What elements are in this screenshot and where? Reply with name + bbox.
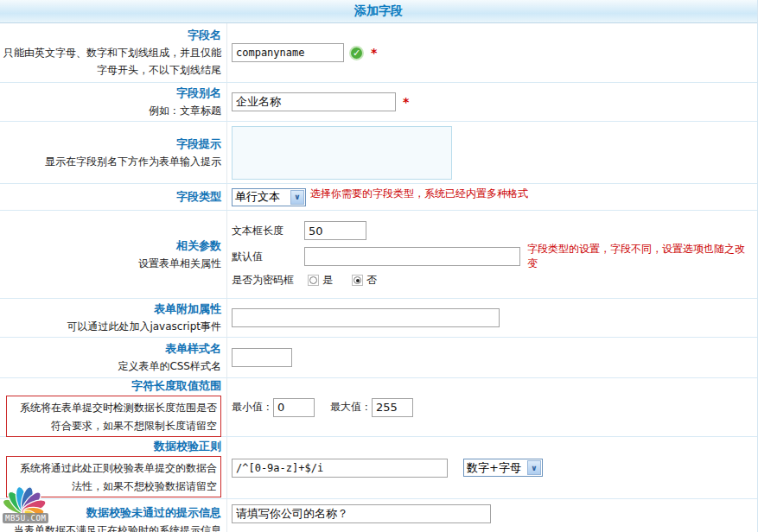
textbox-length-input[interactable]: [304, 221, 366, 240]
regex-label: 数据校验正则: [154, 438, 221, 455]
form-attr-desc: 可以通过此处加入javascript事件: [67, 318, 221, 335]
form-attr-label: 表单附加属性: [154, 301, 221, 318]
password-toggle-label: 是否为密码框: [232, 273, 304, 288]
default-value-input[interactable]: [304, 247, 520, 266]
error-msg-input-cell: [227, 499, 757, 532]
radio-circle: [354, 276, 361, 284]
textbox-length-line: 文本框长度: [232, 221, 366, 240]
form-title-bar: 添加字段: [0, 0, 757, 23]
password-no-label: 否: [366, 273, 377, 288]
regex-input-cell: 数字+字母 ∨: [227, 437, 757, 498]
length-range-input-cell: 最小值： 最大值：: [227, 378, 757, 436]
row-form-attr: 表单附加属性 可以通过此处加入javascript事件: [0, 298, 757, 337]
row-field-tip: 字段提示 显示在字段别名下方作为表单输入提示: [0, 121, 757, 183]
field-name-label: 字段名: [188, 27, 221, 44]
field-alias-label-cell: 字段别名 例如：文章标题: [0, 83, 227, 121]
chevron-down-icon[interactable]: ∨: [527, 460, 541, 475]
length-range-alert-box: 系统将在表单提交时检测数据长度范围是否符合要求，如果不想限制长度请留空: [6, 396, 221, 437]
field-type-select[interactable]: 单行文本 ∨: [232, 188, 306, 206]
field-name-input[interactable]: [232, 43, 344, 62]
row-related-params: 相关参数 设置表单相关属性 文本框长度 默认值 是否为密码框 是 否 字段类型的…: [0, 210, 757, 298]
page-title: 添加字段: [354, 3, 403, 19]
related-params-hint: 字段类型的设置，字段不同，设置选项也随之改变: [527, 242, 745, 271]
related-params-label: 相关参数: [176, 238, 221, 255]
required-asterisk: *: [371, 46, 377, 60]
field-tip-label: 字段提示: [176, 136, 221, 153]
field-type-label: 字段类型: [176, 188, 221, 206]
form-class-input-cell: [227, 338, 757, 377]
field-alias-label: 字段别名: [176, 85, 221, 102]
length-range-label-cell: 字符长度取值范围 系统将在表单提交时检测数据长度范围是否符合要求，如果不想限制长…: [0, 378, 227, 436]
add-field-form-page: 添加字段 字段名 只能由英文字母、数字和下划线组成，并且仅能字母开头，不以下划线…: [0, 0, 758, 532]
password-toggle-line: 是否为密码框 是 否: [232, 273, 377, 288]
length-range-desc: 系统将在表单提交时检测数据长度范围是否符合要求，如果不想限制长度请留空: [20, 402, 217, 432]
row-length-range: 字符长度取值范围 系统将在表单提交时检测数据长度范围是否符合要求，如果不想限制长…: [0, 377, 757, 436]
field-tip-textarea[interactable]: [232, 126, 452, 180]
radio-circle: [309, 276, 317, 284]
form-class-input[interactable]: [232, 348, 292, 367]
row-form-class: 表单样式名 定义表单的CSS样式名: [0, 337, 757, 377]
field-name-label-cell: 字段名 只能由英文字母、数字和下划线组成，并且仅能字母开头，不以下划线结尾: [0, 23, 227, 82]
field-type-hint: 选择你需要的字段类型，系统已经内置多种格式: [310, 187, 528, 201]
field-type-input-cell: 单行文本 ∨ 选择你需要的字段类型，系统已经内置多种格式: [227, 184, 757, 210]
required-asterisk: *: [403, 95, 409, 109]
max-value-input[interactable]: [372, 398, 413, 417]
default-value-label: 默认值: [232, 250, 304, 264]
field-name-desc: 只能由英文字母、数字和下划线组成，并且仅能字母开头，不以下划线结尾: [3, 44, 221, 79]
password-no-radio[interactable]: [352, 275, 363, 286]
row-field-name: 字段名 只能由英文字母、数字和下划线组成，并且仅能字母开头，不以下划线结尾 ✓ …: [0, 23, 757, 82]
field-name-input-cell: ✓ *: [227, 23, 757, 82]
field-alias-desc: 例如：文章标题: [149, 102, 221, 119]
error-msg-label: 数据校验未通过的提示信息: [86, 504, 221, 522]
password-yes-label: 是: [322, 273, 333, 288]
min-value-input[interactable]: [273, 398, 315, 417]
form-attr-input-cell: [227, 299, 757, 337]
related-params-input-cell: 文本框长度 默认值 是否为密码框 是 否 字段类型的设置，字段不同，设置选项也随…: [227, 211, 757, 298]
form-attr-label-cell: 表单附加属性 可以通过此处加入javascript事件: [0, 299, 227, 337]
field-tip-label-cell: 字段提示 显示在字段别名下方作为表单输入提示: [0, 122, 227, 183]
field-alias-input-cell: *: [227, 83, 757, 121]
password-yes-radio[interactable]: [308, 275, 319, 286]
field-tip-input-cell: [227, 122, 757, 183]
form-class-desc: 定义表单的CSS样式名: [118, 358, 221, 375]
row-field-alias: 字段别名 例如：文章标题 *: [0, 82, 757, 121]
related-params-desc: 设置表单相关属性: [138, 255, 221, 272]
field-type-selected-value: 单行文本: [232, 189, 283, 205]
form-class-label-cell: 表单样式名 定义表单的CSS样式名: [0, 338, 227, 377]
form-class-label: 表单样式名: [165, 340, 221, 358]
field-alias-input[interactable]: [232, 92, 396, 111]
regex-preset-select[interactable]: 数字+字母 ∨: [463, 459, 543, 477]
valid-check-icon: ✓: [349, 46, 364, 60]
length-range-label: 字符长度取值范围: [131, 377, 221, 395]
min-value-label: 最小值：: [232, 400, 273, 415]
regex-input[interactable]: [232, 459, 448, 478]
row-error-msg: 数据校验未通过的提示信息 当表单数据不满足正在校验时的系统提示信息: [0, 498, 757, 532]
mb5u-logo: MB5U.COM: [2, 480, 54, 532]
form-attr-input[interactable]: [232, 308, 500, 327]
field-type-label-cell: 字段类型: [0, 184, 227, 210]
mb5u-logo-fan-icon: [2, 480, 54, 532]
related-params-label-cell: 相关参数 设置表单相关属性: [0, 211, 227, 298]
row-regex: 数据校验正则 系统将通过此处正则校验表单提交的数据合法性，如果不想校验数据请留空…: [0, 436, 757, 498]
mb5u-watermark-text: MB5U.COM: [3, 513, 48, 523]
row-field-type: 字段类型 单行文本 ∨ 选择你需要的字段类型，系统已经内置多种格式: [0, 183, 757, 210]
default-value-line: 默认值: [232, 247, 520, 266]
error-msg-input[interactable]: [232, 504, 491, 523]
chevron-down-icon[interactable]: ∨: [290, 190, 304, 205]
field-tip-desc: 显示在字段别名下方作为表单输入提示: [45, 153, 221, 170]
textbox-length-label: 文本框长度: [232, 224, 304, 238]
max-value-label: 最大值：: [330, 400, 372, 415]
regex-preset-selected-value: 数字+字母: [464, 460, 524, 476]
